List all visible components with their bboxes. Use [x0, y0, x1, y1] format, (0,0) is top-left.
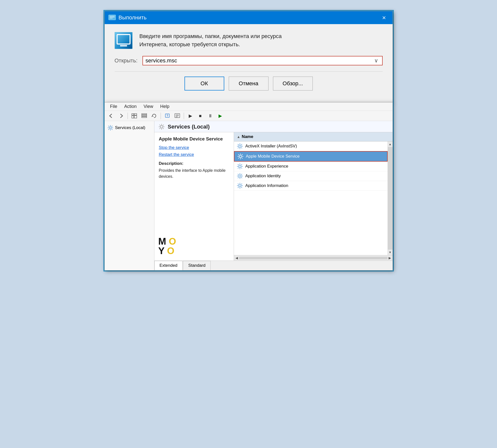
gear-icon	[108, 125, 113, 131]
svg-rect-10	[134, 116, 137, 118]
svg-rect-2	[110, 17, 115, 17]
service-name: Application Information	[245, 183, 385, 188]
svg-rect-6	[120, 45, 127, 46]
services-bottom-tabs: Extended Standard	[154, 261, 393, 270]
services-left-panel: Services (Local)	[105, 121, 154, 270]
toolbar-back-button[interactable]	[107, 112, 116, 120]
horizontal-scrollbar: ◀ ▶	[234, 255, 393, 261]
run-close-button[interactable]: ×	[379, 13, 389, 23]
run-title-bar: Выполнить ×	[105, 11, 393, 24]
run-open-label: Открыть:	[115, 57, 138, 64]
svg-rect-3	[110, 18, 113, 18]
gear-icon	[237, 163, 243, 169]
svg-point-25	[239, 175, 241, 177]
scroll-up-arrow[interactable]: ▲	[389, 141, 392, 147]
services-header-icon	[158, 124, 165, 130]
services-split: Apple Mobile Device Service Stop the ser…	[154, 132, 393, 261]
services-content: Services (Local) Services (Local) Apple …	[105, 121, 393, 270]
svg-point-24	[239, 165, 241, 168]
gear-icon	[237, 173, 243, 179]
services-detail-pane: Apple Mobile Device Service Stop the ser…	[154, 132, 234, 261]
svg-rect-11	[142, 114, 147, 115]
restart-service-link[interactable]: Restart the service	[159, 152, 229, 157]
horizontal-scrollbar-track[interactable]	[239, 257, 388, 259]
toolbar-refresh-button[interactable]	[150, 112, 159, 120]
gear-icon	[237, 153, 243, 159]
service-name-selected: Apple Mobile Device Service	[246, 154, 384, 159]
scroll-right-arrow[interactable]: ▶	[389, 256, 391, 260]
sidebar-item-services-local[interactable]: Services (Local)	[105, 123, 154, 133]
run-browse-button[interactable]: Обзор...	[273, 77, 313, 90]
toolbar-help-button[interactable]: ?	[163, 112, 172, 120]
run-info-row: Введите имя программы, папки, документа …	[115, 32, 383, 49]
toolbar-properties-button[interactable]	[173, 112, 182, 120]
gear-icon	[237, 183, 243, 189]
svg-rect-12	[142, 115, 147, 116]
toolbar-resume-button[interactable]: ▶	[216, 112, 225, 120]
table-row[interactable]: ActiveX Installer (AxInstSV)	[234, 141, 388, 151]
services-window: File Action View Help	[104, 102, 393, 270]
services-toolbar: ? ▶ ■ ⏸ ▶	[105, 111, 393, 121]
run-separator	[115, 71, 383, 72]
svg-point-26	[239, 185, 241, 187]
service-name: ActiveX Installer (AxInstSV)	[245, 144, 385, 149]
tab-standard[interactable]: Standard	[183, 261, 211, 270]
table-row[interactable]: Application Information	[234, 181, 388, 191]
svg-text:?: ?	[166, 114, 168, 117]
tab-extended[interactable]: Extended	[154, 261, 183, 270]
services-list-panel: ▲ Name	[234, 132, 393, 261]
run-cancel-button[interactable]: Отмена	[229, 77, 269, 90]
services-detail-desc: Provides the interface to Apple mobile d…	[159, 168, 229, 179]
svg-point-20	[109, 127, 111, 129]
toolbar-sep-2	[161, 113, 161, 119]
services-list-header: ▲ Name	[234, 132, 393, 141]
scroll-down-arrow[interactable]: ▼	[389, 250, 392, 255]
menu-action[interactable]: Action	[121, 103, 140, 110]
svg-point-21	[160, 126, 163, 128]
table-row[interactable]: Application Experience	[234, 162, 388, 171]
run-ok-button[interactable]: ОК	[184, 77, 224, 90]
svg-rect-1	[110, 16, 115, 16]
run-title-icon	[108, 14, 116, 21]
services-menubar: File Action View Help	[105, 102, 393, 111]
menu-file[interactable]: File	[107, 103, 121, 110]
services-detail-title: Apple Mobile Device Service	[159, 136, 229, 142]
services-list-scrollbar[interactable]: ▲ ▼	[388, 141, 393, 255]
toolbar-forward-button[interactable]	[117, 112, 126, 120]
toolbar-show-grid-button[interactable]	[130, 112, 139, 120]
moyo-o1: O	[169, 236, 176, 247]
menu-view[interactable]: View	[140, 103, 157, 110]
stop-service-link[interactable]: Stop the service	[159, 145, 229, 150]
services-right-panel: Services (Local) Apple Mobile Device Ser…	[154, 121, 393, 270]
toolbar-pause-button[interactable]: ⏸	[206, 112, 215, 120]
moyo-y: Y	[158, 246, 165, 256]
toolbar-stop-button[interactable]: ■	[196, 112, 205, 120]
services-right-header: Services (Local)	[154, 121, 393, 132]
moyo-o2: O	[167, 246, 175, 256]
sort-up-arrow[interactable]: ▲	[237, 135, 240, 139]
service-name: Application Experience	[245, 164, 385, 169]
toolbar-sep-1	[128, 113, 128, 119]
services-detail-desc-label: Description:	[159, 161, 229, 166]
scrollbar-track[interactable]	[388, 147, 393, 250]
run-input[interactable]	[145, 57, 372, 64]
moyo-line2: Y O	[158, 246, 176, 256]
svg-rect-13	[142, 117, 147, 118]
run-title-text: Выполнить	[119, 14, 147, 21]
toolbar-play-button[interactable]: ▶	[186, 112, 195, 120]
svg-point-23	[239, 155, 241, 158]
service-name: Application Identity	[245, 174, 385, 179]
run-dropdown-arrow[interactable]: ∨	[373, 57, 380, 64]
table-row[interactable]: Application Identity	[234, 171, 388, 181]
menu-help[interactable]: Help	[157, 103, 173, 110]
services-right-header-title: Services (Local)	[168, 124, 210, 130]
run-body: Введите имя программы, папки, документа …	[105, 24, 393, 102]
svg-rect-9	[132, 116, 134, 118]
run-input-wrapper: ∨	[142, 56, 382, 65]
services-list-body: ActiveX Installer (AxInstSV) Apple Mobil…	[234, 141, 388, 255]
run-program-icon	[115, 32, 133, 49]
run-button-row: ОК Отмена Обзор...	[115, 77, 383, 95]
table-row[interactable]: Apple Mobile Device Service	[234, 151, 388, 162]
toolbar-list-button[interactable]	[140, 112, 149, 120]
scroll-left-arrow[interactable]: ◀	[235, 256, 238, 260]
